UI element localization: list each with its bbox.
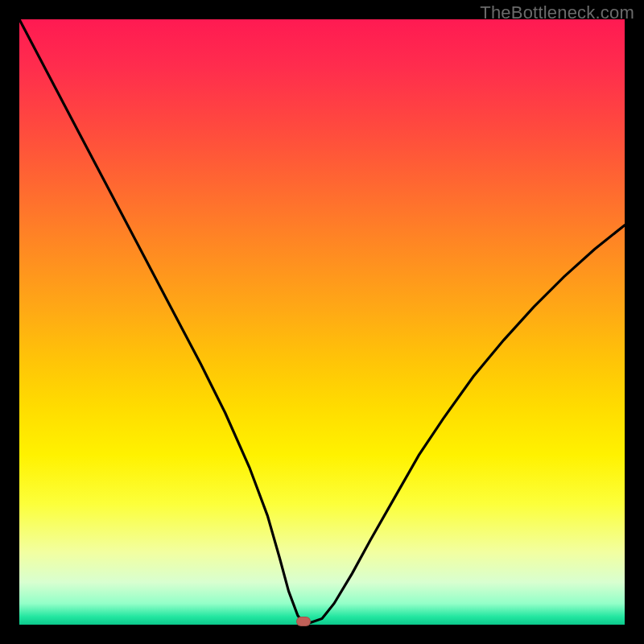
plot-area [19, 19, 625, 625]
chart-frame: TheBottleneck.com [0, 0, 644, 644]
curve-svg [19, 19, 625, 625]
bottleneck-curve-line [19, 19, 625, 623]
optimum-marker [296, 617, 311, 626]
